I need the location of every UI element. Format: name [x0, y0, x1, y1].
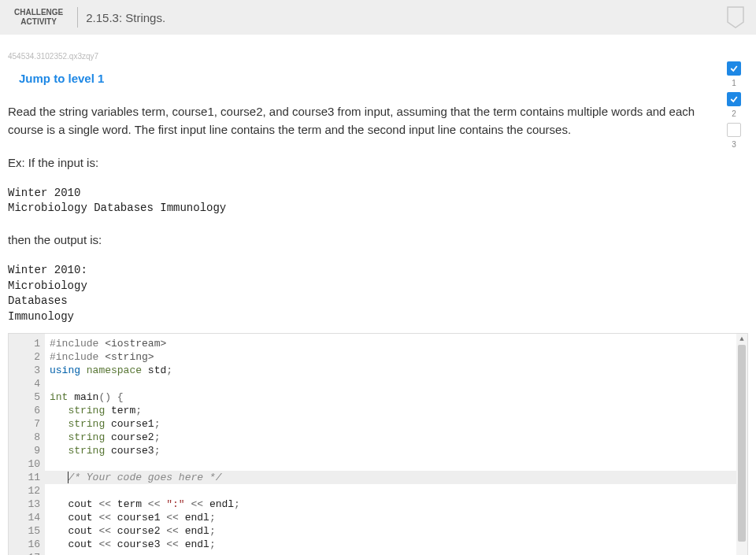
line-number: 3	[9, 364, 40, 377]
code-line[interactable]: string course1;	[45, 417, 736, 431]
line-number: 8	[9, 431, 40, 444]
code-editor[interactable]: 1234567891011121314151617 #include <iost…	[8, 333, 748, 555]
code-line[interactable]: string term;	[45, 404, 736, 417]
code-line[interactable]	[45, 484, 736, 498]
problem-description: Read the string variables term, course1,…	[8, 102, 709, 139]
vertical-scrollbar[interactable]: ▲ ▼	[736, 334, 747, 555]
text-caret	[68, 472, 69, 483]
line-number-gutter: 1234567891011121314151617	[9, 334, 45, 555]
code-line[interactable]: string course3;	[45, 444, 736, 457]
line-number: 12	[9, 484, 40, 498]
example-intro: Ex: If the input is:	[8, 154, 709, 172]
header-divider	[77, 7, 78, 28]
line-number: 1	[9, 337, 40, 350]
session-id: 454534.3102352.qx3zqy7	[8, 52, 748, 61]
code-line[interactable]	[45, 457, 736, 471]
line-number: 6	[9, 404, 40, 417]
output-example: Winter 2010: Microbiology Databases Immu…	[8, 263, 748, 324]
badge-line1: CHALLENGE	[14, 8, 63, 17]
line-number: 7	[9, 417, 40, 431]
line-number: 13	[9, 498, 40, 511]
line-number: 2	[9, 350, 40, 364]
code-line[interactable]: string course2;	[45, 431, 736, 444]
line-number: 15	[9, 524, 40, 538]
code-line[interactable]: /* Your code goes here */	[45, 471, 736, 484]
code-line[interactable]: #include <iostream>	[45, 337, 736, 350]
jump-to-level-link[interactable]: Jump to level 1	[19, 72, 748, 85]
line-number: 17	[9, 551, 40, 555]
code-line[interactable]: int main() {	[45, 390, 736, 404]
code-line[interactable]: cout << course2 << endl;	[45, 524, 736, 538]
line-number: 14	[9, 511, 40, 524]
input-example: Winter 2010 Microbiology Databases Immun…	[8, 186, 748, 216]
scroll-thumb[interactable]	[738, 345, 746, 542]
activity-title: 2.15.3: Strings.	[86, 11, 165, 24]
code-line[interactable]	[45, 377, 736, 390]
code-line[interactable]: cout << course3 << endl;	[45, 538, 736, 551]
header-bar: CHALLENGE ACTIVITY 2.15.3: Strings.	[0, 0, 756, 35]
bookmark-icon[interactable]	[726, 6, 745, 30]
line-number: 9	[9, 444, 40, 457]
line-number: 16	[9, 538, 40, 551]
line-number: 10	[9, 457, 40, 471]
challenge-badge: CHALLENGE ACTIVITY	[8, 8, 69, 27]
code-line[interactable]: using namespace std;	[45, 364, 736, 377]
content-area: 454534.3102352.qx3zqy7 Jump to level 1 R…	[0, 35, 756, 555]
output-intro: then the output is:	[8, 231, 709, 249]
code-area[interactable]: #include <iostream>#include <string>usin…	[45, 334, 736, 555]
code-line[interactable]: #include <string>	[45, 350, 736, 364]
line-number: 5	[9, 390, 40, 404]
line-number: 11	[9, 471, 40, 484]
code-line[interactable]	[45, 551, 736, 555]
code-line[interactable]: cout << term << ":" << endl;	[45, 498, 736, 511]
line-number: 4	[9, 377, 40, 390]
scroll-up-arrow[interactable]: ▲	[736, 334, 747, 345]
code-line[interactable]: cout << course1 << endl;	[45, 511, 736, 524]
badge-line2: ACTIVITY	[14, 17, 63, 27]
